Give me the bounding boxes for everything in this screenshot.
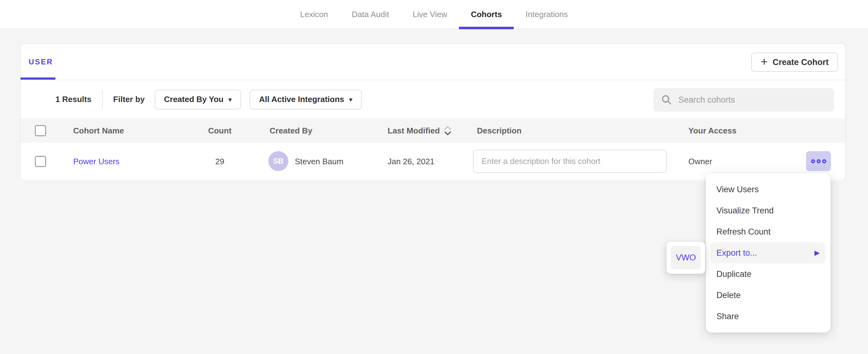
search-icon (661, 94, 672, 105)
menu-item-label: Delete (716, 291, 741, 300)
created-by-filter-dropdown[interactable]: Created By You ▾ (155, 90, 241, 109)
access-value: Owner (688, 157, 712, 166)
menu-item-label: Refresh Count (716, 227, 771, 237)
menu-item-share[interactable]: Share (711, 306, 825, 327)
top-navigation: Lexicon Data Audit Live View Cohorts Int… (0, 0, 868, 29)
results-count: 1 Results (55, 95, 92, 104)
select-all-checkbox[interactable] (35, 125, 46, 136)
menu-item-export-to[interactable]: Export to... ▶ (711, 242, 825, 263)
tab-lexicon[interactable]: Lexicon (288, 0, 340, 29)
integrations-filter-dropdown[interactable]: All Active Integrations ▾ (250, 90, 362, 109)
tab-data-audit[interactable]: Data Audit (340, 0, 401, 29)
export-submenu: VWO (666, 242, 705, 274)
created-by-name: Steven Baum (295, 157, 343, 166)
tab-integrations[interactable]: Integrations (514, 0, 580, 29)
chevron-down-icon: ▾ (228, 96, 231, 103)
table-header: Cohort Name Count Created By Last Modifi… (21, 119, 845, 143)
plus-icon: + (761, 56, 768, 67)
more-options-icon (822, 159, 826, 163)
menu-item-label: Export to... (716, 248, 757, 258)
cohort-count: 29 (189, 157, 251, 166)
column-created-by: Created By (270, 126, 312, 136)
cohorts-panel: USER + Create Cohort 1 Results Filter by… (20, 43, 846, 180)
cohort-name-link[interactable]: Power Users (73, 157, 120, 166)
menu-item-duplicate[interactable]: Duplicate (711, 263, 825, 285)
submenu-arrow-icon: ▶ (814, 250, 820, 256)
column-count: Count (189, 126, 251, 136)
tab-user[interactable]: USER (29, 58, 53, 66)
menu-item-label: View Users (716, 185, 759, 194)
last-modified-date: Jan 26, 2021 (388, 157, 434, 166)
create-cohort-button[interactable]: + Create Cohort (751, 53, 838, 72)
search-cohorts-input[interactable] (678, 95, 827, 105)
nav-tabs: Lexicon Data Audit Live View Cohorts Int… (288, 0, 580, 29)
tab-cohorts[interactable]: Cohorts (459, 0, 514, 29)
more-options-icon (817, 159, 821, 163)
menu-item-visualize-trend[interactable]: Visualize Trend (711, 200, 825, 221)
row-actions-button[interactable] (806, 151, 831, 171)
chevron-down-icon: ▾ (349, 96, 352, 103)
column-last-modified[interactable]: Last Modified (388, 126, 452, 136)
menu-item-label: Visualize Trend (716, 206, 774, 216)
created-by-filter-label: Created By You (164, 95, 223, 104)
menu-item-view-users[interactable]: View Users (711, 179, 825, 200)
column-cohort-name: Cohort Name (73, 126, 124, 136)
integrations-filter-label: All Active Integrations (259, 95, 344, 104)
row-actions-menu: View Users Visualize Trend Refresh Count… (706, 173, 830, 332)
vertical-divider (102, 91, 103, 108)
search-cohorts-box[interactable] (653, 88, 834, 112)
column-your-access: Your Access (688, 126, 737, 136)
column-description: Description (477, 126, 522, 136)
active-tab-underline (21, 77, 55, 79)
filter-by-label: Filter by (113, 95, 145, 104)
export-vwo-item[interactable]: VWO (671, 246, 701, 269)
row-checkbox[interactable] (35, 156, 46, 167)
sort-icon[interactable] (444, 126, 452, 136)
column-last-modified-label: Last Modified (388, 126, 440, 136)
menu-item-refresh-count[interactable]: Refresh Count (711, 221, 825, 242)
tab-live-view[interactable]: Live View (401, 0, 459, 29)
description-input[interactable] (473, 150, 666, 173)
create-cohort-label: Create Cohort (773, 58, 829, 67)
filter-row: 1 Results Filter by Created By You ▾ All… (21, 80, 845, 119)
menu-item-delete[interactable]: Delete (711, 285, 825, 306)
more-options-icon (811, 159, 815, 163)
menu-item-label: Share (716, 312, 739, 321)
menu-item-label: Duplicate (716, 269, 751, 279)
avatar: SB (268, 151, 288, 171)
